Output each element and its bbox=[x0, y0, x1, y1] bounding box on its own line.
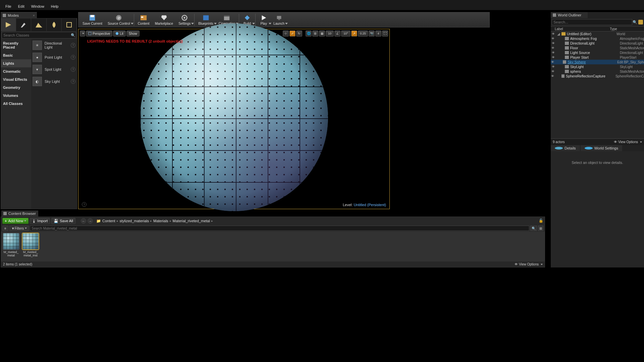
import-button[interactable]: ⭳Import bbox=[30, 218, 50, 224]
sources-toggle[interactable]: ≡ bbox=[2, 226, 8, 231]
close-icon[interactable]: × bbox=[33, 13, 35, 17]
light-spot[interactable]: ▾Spot Light? bbox=[31, 63, 77, 75]
menu-file[interactable]: File bbox=[2, 3, 15, 9]
cat-lights[interactable]: Lights bbox=[1, 59, 31, 67]
view-options-button[interactable]: 👁 View Options bbox=[515, 262, 543, 266]
asset-tile[interactable]: M_riveted_metal_Inst bbox=[22, 233, 39, 257]
outliner-row[interactable]: 👁Player StartPlayerStart bbox=[551, 55, 644, 60]
outliner-row[interactable]: 👁◢Untitled (Editor)World bbox=[551, 32, 644, 36]
nav-forward-button[interactable]: → bbox=[88, 218, 93, 224]
outliner-row[interactable]: 👁FloorStaticMeshActor bbox=[551, 46, 644, 50]
path-current[interactable]: Material_riveted_metal bbox=[173, 219, 210, 223]
source-control-button[interactable]: ⊘Source Control bbox=[105, 12, 133, 27]
grid-snap-icon[interactable]: ▦ bbox=[319, 31, 325, 37]
path-materials[interactable]: Materials bbox=[153, 219, 168, 223]
camera-speed-value[interactable]: 4 bbox=[375, 31, 381, 37]
search-icon[interactable]: 🔍 bbox=[632, 20, 638, 24]
marketplace-button[interactable]: Marketplace bbox=[152, 12, 176, 27]
light-sky[interactable]: ◐Sky Light? bbox=[31, 75, 77, 87]
cat-volumes[interactable]: Volumes bbox=[1, 92, 31, 100]
world-settings-tab[interactable]: World Settings bbox=[581, 145, 622, 151]
menu-help[interactable]: Help bbox=[48, 3, 62, 9]
cat-visual-effects[interactable]: Visual Effects bbox=[1, 75, 31, 83]
scale-snap-value[interactable]: 0.25 bbox=[358, 31, 368, 37]
help-icon[interactable]: ? bbox=[71, 43, 75, 48]
blueprints-button[interactable]: Blueprints bbox=[196, 12, 216, 27]
visibility-icon[interactable]: 👁 bbox=[551, 56, 555, 59]
angle-snap-value[interactable]: 10° bbox=[341, 31, 351, 37]
cb-search-input[interactable] bbox=[30, 226, 529, 231]
foliage-mode-icon[interactable] bbox=[47, 18, 62, 31]
cat-cinematic[interactable]: Cinematic bbox=[1, 67, 31, 75]
transform-select-icon[interactable]: ⊹ bbox=[283, 31, 289, 37]
visibility-icon[interactable]: 👁 bbox=[551, 32, 555, 36]
outliner-row[interactable]: 👁SkyLightSkyLight bbox=[551, 64, 644, 69]
cat-recently-placed[interactable]: Recently Placed bbox=[1, 39, 31, 51]
paint-mode-icon[interactable] bbox=[16, 18, 31, 31]
perspective-button[interactable]: Perspective bbox=[86, 31, 112, 37]
filters-button[interactable]: ▼ Filters bbox=[9, 226, 29, 231]
search-icon[interactable]: 🔍 bbox=[70, 33, 76, 38]
world-outliner-tab[interactable]: World Outliner bbox=[551, 12, 588, 18]
light-point[interactable]: ●Point Light? bbox=[31, 51, 77, 63]
help-icon[interactable]: ? bbox=[71, 67, 75, 72]
folder-icon[interactable]: 📁 bbox=[96, 219, 101, 223]
camera-speed-icon[interactable]: 📷 bbox=[369, 31, 375, 37]
lit-button[interactable]: Lit bbox=[113, 31, 126, 37]
surface-snap-icon[interactable]: ⊞ bbox=[312, 31, 318, 37]
menu-edit[interactable]: Edit bbox=[15, 3, 28, 9]
content-browser-tab[interactable]: Content Browser bbox=[1, 210, 38, 217]
transform-translate-icon[interactable]: ⤢ bbox=[289, 31, 296, 37]
path-stylized[interactable]: stylized_materials bbox=[120, 219, 149, 223]
col-type[interactable]: Type bbox=[610, 27, 617, 31]
show-button[interactable]: Show bbox=[126, 31, 140, 37]
level-name[interactable]: Untitled (Persistent) bbox=[354, 203, 386, 207]
nav-back-button[interactable]: ← bbox=[81, 218, 86, 224]
cat-basic[interactable]: Basic bbox=[1, 51, 31, 59]
scale-snap-icon[interactable]: ↗ bbox=[351, 31, 357, 37]
landscape-mode-icon[interactable] bbox=[31, 18, 46, 31]
geometry-mode-icon[interactable] bbox=[62, 18, 77, 31]
col-label[interactable]: Label bbox=[551, 27, 610, 31]
cat-geometry[interactable]: Geometry bbox=[1, 83, 31, 92]
visibility-icon[interactable]: 👁 bbox=[551, 60, 555, 64]
modes-tab[interactable]: Modes × bbox=[1, 12, 37, 18]
maximize-viewport-icon[interactable]: ⛶ bbox=[382, 31, 388, 37]
outliner-row[interactable]: 👁spheraStaticMeshActor bbox=[551, 69, 644, 74]
visibility-icon[interactable]: 👁 bbox=[551, 37, 555, 40]
outliner-filter-icon[interactable] bbox=[638, 20, 643, 24]
add-new-button[interactable]: +Add New bbox=[2, 218, 29, 224]
viewport[interactable]: Perspective Lit Show ⊹ ⤢ ↻ 🌐 ⊞ ▦ 10 ∠ 10… bbox=[78, 29, 390, 209]
outliner-row[interactable]: 👁Light SourceDirectionalLight bbox=[551, 50, 644, 55]
lock-icon[interactable]: 🔓 bbox=[539, 219, 543, 223]
outliner-search-input[interactable] bbox=[552, 19, 632, 25]
light-directional[interactable]: ☀Directional Light? bbox=[31, 39, 77, 51]
outliner-row[interactable]: 👁Sky SphereEdit BP_Sky_Sphere bbox=[551, 60, 644, 64]
visibility-icon[interactable]: 👁 bbox=[551, 70, 555, 73]
place-mode-icon[interactable] bbox=[1, 18, 16, 31]
angle-snap-icon[interactable]: ∠ bbox=[334, 31, 340, 37]
view-options-button[interactable]: 👁 View Options bbox=[614, 140, 642, 144]
save-all-button[interactable]: 💾Save All bbox=[51, 218, 75, 224]
asset-tile[interactable]: M_riveted_metal bbox=[2, 233, 20, 257]
cat-all-classes[interactable]: All Classes bbox=[1, 100, 31, 108]
transform-rotate-icon[interactable]: ↻ bbox=[296, 31, 302, 37]
outliner-row[interactable]: 👁SphereReflectionCaptureSphereReflection… bbox=[551, 74, 644, 78]
visibility-icon[interactable]: 👁 bbox=[551, 51, 555, 54]
help-icon[interactable]: ? bbox=[82, 202, 87, 207]
launch-button[interactable]: Launch bbox=[271, 12, 287, 27]
visibility-icon[interactable]: 👁 bbox=[551, 46, 555, 50]
viewport-options-button[interactable] bbox=[80, 31, 85, 37]
cb-settings-icon[interactable]: ⊞ bbox=[538, 226, 543, 231]
modes-search-input[interactable] bbox=[2, 33, 70, 37]
visibility-icon[interactable]: 👁 bbox=[551, 42, 555, 45]
play-button[interactable]: Play bbox=[257, 12, 271, 27]
grid-snap-value[interactable]: 10 bbox=[326, 31, 334, 37]
outliner-row[interactable]: 👁Atmospheric FogAtmosphericFog bbox=[551, 36, 644, 41]
visibility-icon[interactable]: 👁 bbox=[551, 74, 554, 78]
help-icon[interactable]: ? bbox=[71, 55, 75, 60]
settings-button[interactable]: Settings bbox=[176, 12, 193, 27]
details-tab[interactable]: Details bbox=[551, 145, 580, 151]
coord-space-icon[interactable]: 🌐 bbox=[306, 31, 312, 37]
outliner-row[interactable]: 👁DirectionalLightDirectionalLight bbox=[551, 41, 644, 46]
